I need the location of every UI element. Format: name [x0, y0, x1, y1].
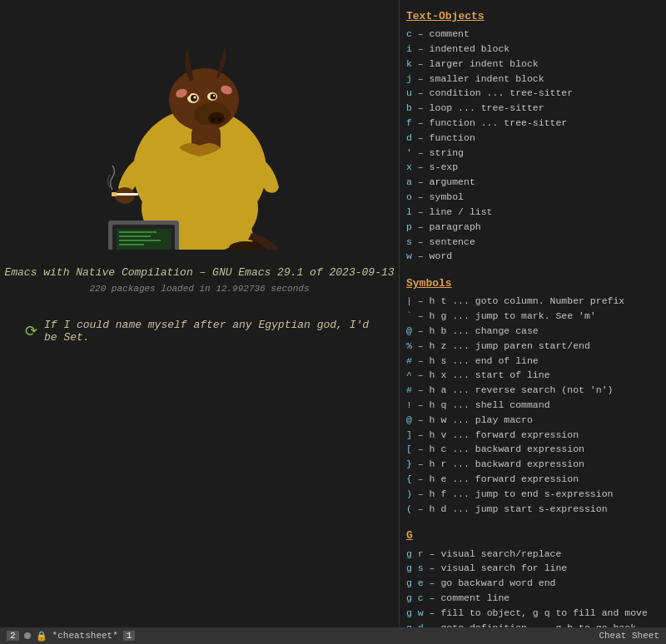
key-item: w – word — [406, 249, 659, 264]
text-objects-list: c – comment i – indented block k – large… — [406, 27, 659, 264]
key-item: ' – string — [406, 146, 659, 161]
key-item: # – h s ... end of line — [406, 354, 659, 369]
packages-loaded: 220 packages loaded in 12.992736 seconds — [89, 284, 309, 294]
key-item: p – paragraph — [406, 220, 659, 235]
key-item: x – s-exp — [406, 160, 659, 175]
status-num: 2 — [7, 631, 19, 641]
text-objects-title: Text-Objects — [406, 8, 659, 25]
status-num2: 1 — [123, 631, 136, 641]
key-item: # – h a ... reverse search (not 'n') — [406, 383, 659, 398]
right-panel[interactable]: Text-Objects c – comment i – indented bl… — [400, 0, 666, 627]
key-item: l – line / list — [406, 205, 659, 220]
status-dot — [24, 632, 31, 639]
key-item: | – h t ... goto column. Number prefix — [406, 294, 659, 309]
key-item: d – function — [406, 131, 659, 146]
status-lock-icon: 🔒 — [36, 631, 47, 642]
key-item: s – sentence — [406, 235, 659, 250]
status-bar: 2 🔒 *cheatsheet* 1 Cheat Sheet — [0, 627, 666, 644]
svg-rect-28 — [119, 240, 161, 241]
key-item: f – function ... tree-sitter — [406, 116, 659, 131]
key-item: [ – h c ... backward expression — [406, 442, 659, 457]
key-item: { – h e ... forward expression — [406, 472, 659, 487]
key-item: b – loop ... tree-sitter — [406, 101, 659, 116]
key-item: } – h r ... backward expression — [406, 457, 659, 472]
svg-rect-27 — [119, 235, 151, 237]
key-item: g r – visual search/replace — [406, 547, 659, 562]
key-item: g s – visual search for line — [406, 561, 659, 576]
key-item: g w – fill to object, g q to fill and mo… — [406, 606, 659, 621]
svg-rect-19 — [115, 193, 138, 196]
svg-point-11 — [210, 94, 216, 100]
emacs-title: Emacs with Native Compilation – GNU Emac… — [4, 266, 394, 279]
key-item: @ – h b ... change case — [406, 324, 659, 339]
key-item: g c – comment line — [406, 591, 659, 606]
key-item: ! – h q ... shell command — [406, 398, 659, 413]
key-item: ] – h v ... forward expression — [406, 428, 659, 443]
key-item: ` – h g ... jump to mark. See 'm' — [406, 309, 659, 324]
key-item: ( – h d ... jump start s-expression — [406, 502, 659, 517]
key-item: ) – h f ... jump to end s-expression — [406, 487, 659, 502]
reload-icon: ⟳ — [25, 322, 37, 340]
key-item: u – condition ... tree-sitter — [406, 86, 659, 101]
svg-point-4 — [208, 112, 225, 124]
status-right: Cheat Sheet — [599, 631, 659, 641]
g-title: G — [406, 528, 659, 544]
key-item: % – h z ... jump paren start/end — [406, 339, 659, 354]
svg-point-9 — [193, 97, 196, 99]
g-list: g r – visual search/replace g s – visual… — [406, 547, 659, 627]
svg-point-6 — [217, 118, 221, 122]
key-item: ^ – h x ... start of line — [406, 368, 659, 383]
svg-rect-26 — [119, 231, 157, 233]
svg-point-5 — [211, 118, 215, 122]
key-item: k – larger indent block — [406, 57, 659, 72]
key-item: @ – h w ... play macro — [406, 413, 659, 428]
key-item: o – symbol — [406, 190, 659, 205]
left-panel: Emacs with Native Compilation – GNU Emac… — [0, 0, 400, 644]
svg-rect-29 — [119, 244, 144, 245]
key-item: j – smaller indent block — [406, 72, 659, 87]
key-item: g e – go backward word end — [406, 576, 659, 591]
quote-line: ⟳ If I could name myself after any Egypt… — [0, 319, 399, 344]
svg-rect-20 — [112, 192, 117, 196]
key-item: c – comment — [406, 27, 659, 42]
svg-point-12 — [213, 95, 215, 97]
quote-text: If I could name myself after any Egyptia… — [44, 319, 374, 344]
status-filename: *cheatsheet* — [52, 631, 118, 641]
gnu-image — [58, 17, 341, 250]
symbols-title: Symbols — [406, 275, 659, 292]
symbols-list: | – h t ... goto column. Number prefix `… — [406, 294, 659, 516]
key-item: a – argument — [406, 175, 659, 190]
key-item: i – indented block — [406, 42, 659, 57]
key-item: g d – goto definition ... g b to go back — [406, 621, 659, 627]
